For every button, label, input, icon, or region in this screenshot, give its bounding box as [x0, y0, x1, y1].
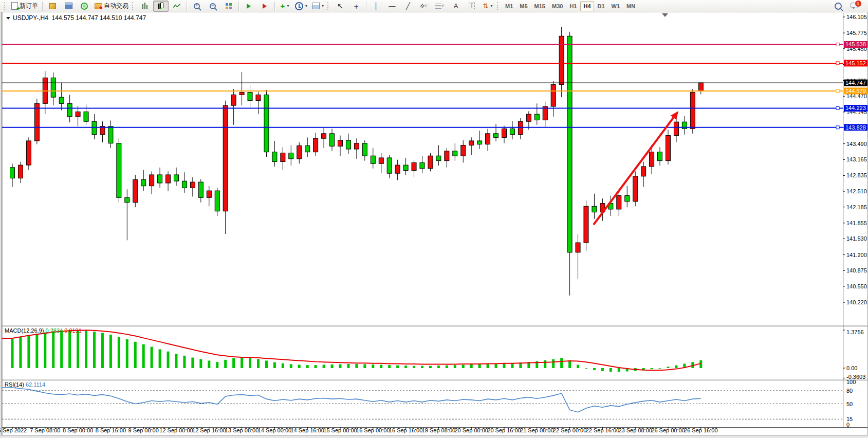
chart-shift-button[interactable]: [257, 1, 272, 12]
fibonacci-button[interactable]: F: [432, 1, 448, 12]
new-order-button[interactable]: 新订单: [9, 1, 40, 12]
chart-collapse-icon[interactable]: [6, 17, 10, 20]
cursor-icon: ↖: [337, 2, 344, 10]
macd-histogram-bar: [495, 363, 497, 368]
crosshair-button[interactable]: ＋: [348, 1, 364, 12]
zoom-in-button[interactable]: +: [189, 1, 205, 12]
macd-histogram-bar: [651, 368, 653, 369]
toolbar-grip[interactable]: [132, 2, 135, 10]
macd-histogram-bar: [503, 363, 506, 368]
zoom-out-icon: −: [210, 3, 216, 9]
zoom-out-button[interactable]: −: [205, 1, 220, 12]
channel-button[interactable]: =E: [416, 1, 432, 12]
text-label-button[interactable]: T: [464, 1, 479, 12]
macd-histogram-bar: [191, 358, 194, 368]
macd-axis-label: 0.00: [846, 365, 857, 371]
line-handle[interactable]: [836, 62, 839, 65]
macd-histogram-bar: [585, 368, 587, 369]
macd-histogram-bar: [659, 368, 661, 369]
time-label: 26 Sep 00:00: [651, 427, 685, 433]
timeframe-mn[interactable]: MN: [623, 1, 638, 11]
candle-body: [698, 83, 703, 91]
toolbar-grip[interactable]: [4, 2, 7, 10]
timeframe-w1[interactable]: W1: [608, 1, 623, 11]
candle-body: [166, 175, 171, 183]
auto-trading-button[interactable]: 自动交易: [93, 1, 131, 12]
macd-histogram-bar: [380, 365, 382, 368]
macd-histogram-bar: [208, 360, 210, 368]
macd-histogram-bar: [52, 331, 54, 368]
timeframe-m5[interactable]: M5: [516, 1, 530, 11]
new-chart-button[interactable]: [61, 1, 76, 12]
macd-histogram-bar: [290, 364, 292, 368]
macd-histogram-bar: [167, 352, 170, 368]
rsi-label: RSI(14): [5, 381, 24, 388]
candle-body: [428, 156, 433, 169]
macd-histogram-bar: [487, 364, 489, 368]
time-label: 23 Sep 08:00: [618, 427, 652, 433]
candle-body: [379, 158, 383, 163]
fibonacci-icon: [435, 4, 441, 9]
candlestick-chart-button[interactable]: [153, 1, 169, 12]
macd-histogram-bar: [446, 366, 448, 368]
macd-histogram-bar: [618, 368, 620, 372]
timeframe-m15[interactable]: M15: [531, 1, 548, 11]
toolbar-grip[interactable]: [497, 2, 500, 10]
candle-body: [59, 97, 64, 103]
periods-button[interactable]: ▾: [293, 1, 309, 12]
toolbar-grip[interactable]: [327, 2, 330, 10]
chart-profile-button[interactable]: [45, 1, 60, 12]
candle-body: [650, 152, 654, 167]
macd-histogram-bar: [396, 366, 399, 368]
application-window: 146.105145.775145.450145.125144.795144.4…: [0, 0, 868, 438]
candle-body: [272, 152, 277, 162]
line-handle[interactable]: [836, 106, 839, 110]
macd-histogram-bar: [347, 364, 349, 368]
price-tag-label: 145.538: [845, 41, 866, 47]
macd-histogram-bar: [454, 365, 456, 368]
auto-scroll-icon: [247, 4, 251, 9]
timeframe-m1[interactable]: M1: [502, 1, 516, 11]
line-handle[interactable]: [836, 89, 839, 93]
timeframe-h1[interactable]: H1: [566, 1, 580, 11]
auto-scroll-button[interactable]: [241, 1, 256, 12]
templates-button[interactable]: ▾: [310, 1, 326, 12]
timeframe-h4[interactable]: H4: [580, 1, 594, 11]
time-label: 22 Sep 00:00: [553, 427, 586, 433]
horizontal-line-button[interactable]: —: [384, 1, 400, 12]
macd-histogram-bar: [372, 364, 374, 368]
line-handle[interactable]: [836, 126, 839, 129]
time-label: 8 Sep 16:00: [96, 427, 126, 433]
timeframe-m30[interactable]: M30: [549, 1, 566, 11]
candle-body: [330, 134, 335, 147]
indicators-button[interactable]: +▾: [277, 1, 292, 12]
signals-button[interactable]: [77, 1, 92, 12]
macd-histogram-bar: [249, 358, 251, 368]
candle-body: [256, 95, 261, 100]
line-handle[interactable]: [836, 43, 839, 46]
search-button[interactable]: [830, 1, 846, 12]
chart-canvas[interactable]: 146.105145.775145.450145.125144.795144.4…: [0, 0, 868, 438]
line-chart-button[interactable]: [169, 1, 184, 12]
candle-body: [412, 162, 416, 170]
auto-trading-label: 自动交易: [104, 2, 128, 10]
candlestick-chart-icon: [157, 3, 164, 9]
macd-histogram-bar: [470, 364, 473, 368]
signal-icon: [81, 3, 88, 10]
vertical-line-button[interactable]: │: [368, 1, 384, 12]
macd-histogram-bar: [331, 364, 334, 368]
new-order-icon: [11, 2, 18, 10]
macd-histogram-bar: [568, 360, 571, 368]
text-button[interactable]: A: [448, 1, 464, 12]
price-tag-label: 144.747: [845, 80, 866, 86]
auto-trading-icon: [95, 3, 102, 9]
arrows-button[interactable]: ⇅▾: [480, 1, 495, 12]
notifications-button[interactable]: 1: [846, 1, 862, 12]
timeframe-d1[interactable]: D1: [595, 1, 608, 11]
bar-chart-button[interactable]: [137, 1, 153, 12]
candle-body: [674, 122, 678, 135]
candle-body: [666, 136, 671, 161]
cursor-button[interactable]: ↖: [333, 1, 348, 12]
tile-windows-button[interactable]: [221, 1, 236, 12]
trendline-button[interactable]: ╱: [400, 1, 416, 12]
